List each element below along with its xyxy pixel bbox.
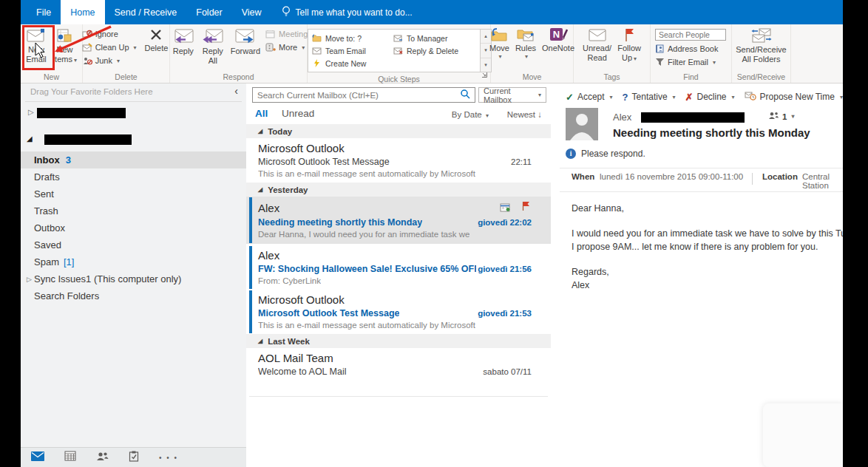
group-label-find: Find [651, 72, 731, 83]
filter-tab-all[interactable]: All [255, 108, 268, 119]
onenote-button[interactable]: N OneNote [540, 26, 577, 55]
message-body-line: I propose 9AM... let me know if there is… [572, 242, 843, 252]
tab-file[interactable]: File [27, 0, 61, 24]
sidebar-item-search-folders[interactable]: Search Folders [21, 287, 246, 304]
search-people-input[interactable] [655, 29, 726, 41]
tell-me-box[interactable]: Tell me what you want to do... [282, 0, 413, 24]
email-row-4[interactable]: Microsoft Outlook Microsoft Outlook Test… [246, 290, 551, 334]
clean-up-button[interactable]: Clean Up▾ [82, 41, 137, 54]
meeting-button[interactable]: Meeting [265, 27, 308, 41]
mail-nav-icon[interactable] [31, 451, 44, 464]
sidebar-item-drafts[interactable]: Drafts [21, 168, 246, 185]
address-book-button[interactable]: Address Book [655, 42, 727, 55]
ignore-button[interactable]: Ignore [82, 27, 137, 41]
sidebar-item-trash[interactable]: Trash [21, 202, 246, 219]
expand-triangle-icon[interactable]: ▷ [27, 276, 32, 283]
sort-order-toggle[interactable]: Newest ↓ [507, 110, 542, 119]
quick-step-create-new[interactable]: Create New [312, 57, 386, 69]
clean-up-icon [82, 43, 92, 52]
tab-home[interactable]: Home [61, 0, 104, 24]
forward-icon [234, 27, 257, 45]
accept-button[interactable]: ✓ Accept ▾ [566, 92, 613, 103]
collapse-triangle-icon: ◢ [258, 186, 262, 193]
forward-button[interactable]: Forward [228, 26, 262, 58]
reply-all-icon [201, 27, 225, 45]
more-apps-ellipsis-icon[interactable]: • • • [159, 454, 178, 462]
info-bar: i Please respond. [566, 149, 645, 159]
lightning-icon [312, 59, 322, 67]
search-scope-dropdown[interactable]: Current Mailbox ▾ [478, 87, 546, 103]
search-input[interactable] [253, 91, 460, 100]
search-icon[interactable] [460, 89, 470, 102]
group-label-send-receive: Send/Receive [732, 72, 790, 83]
filter-email-button[interactable]: Filter Email▾ [655, 55, 727, 69]
filter-tab-unread[interactable]: Unread [282, 108, 314, 119]
decline-button[interactable]: ✗ Decline ▾ [685, 92, 735, 103]
meeting-request-icon [500, 202, 511, 215]
dropdown-caret: ▾ [538, 92, 541, 98]
info-icon: i [566, 149, 576, 159]
attendees-dropdown[interactable]: 1 ▾ [768, 112, 794, 121]
follow-up-button[interactable]: Follow Up▾ [615, 26, 643, 64]
sort-by-dropdown[interactable]: By Date ▾ [452, 110, 489, 119]
sidebar-item-spam[interactable]: Spam [1] [21, 253, 246, 270]
message-body-line: I would need you for an immediate task w… [572, 228, 843, 239]
tab-send-receive[interactable]: Send / Receive [105, 0, 187, 24]
quick-step-reply-delete[interactable]: Reply & Delete [393, 44, 476, 57]
lightbulb-icon [282, 6, 291, 19]
screen: File Home Send / Receive Folder View Tel… [0, 0, 868, 467]
reply-button[interactable]: Reply [169, 26, 197, 58]
tab-folder[interactable]: Folder [186, 0, 231, 24]
rules-button[interactable]: Rules ▾ [513, 26, 538, 61]
divider [560, 191, 843, 192]
quick-step-move-to[interactable]: Move to: ? [312, 32, 386, 44]
flag-icon[interactable] [521, 201, 530, 214]
email-row-5[interactable]: AOL Mail Team Welcome to AOL Mail sabato… [246, 348, 551, 385]
propose-new-time-button[interactable]: Propose New Time ▾ [745, 91, 843, 103]
folder-icon [312, 34, 322, 42]
send-receive-all-folders-button[interactable]: Send/Receive All Folders [733, 26, 789, 66]
outlook-window: File Home Send / Receive Folder View Tel… [21, 0, 843, 467]
sidebar-item-inbox[interactable]: Inbox 3 [21, 151, 246, 168]
delete-button[interactable]: Delete [143, 26, 171, 55]
section-header-today[interactable]: ◢ Today [246, 124, 551, 138]
email-row-1[interactable]: Microsoft Outlook Microsoft Outlook Test… [246, 138, 551, 183]
expand-triangle-icon[interactable]: ▷ [28, 108, 34, 116]
group-label-quick-steps: Quick Steps [308, 74, 490, 84]
section-header-last-week[interactable]: ◢ Last Week [246, 334, 551, 348]
ribbon-group-send-receive: Send/Receive All Folders Send/Receive [732, 24, 791, 83]
dropdown-caret: ▾ [117, 58, 120, 64]
more-button[interactable]: More▾ [265, 41, 308, 54]
envelope-forward-icon [393, 34, 403, 42]
sender-name[interactable]: Alex [613, 112, 631, 123]
tell-me-label: Tell me what you want to do... [296, 7, 413, 18]
search-box[interactable] [252, 87, 475, 103]
tab-view[interactable]: View [232, 0, 271, 24]
ribbon-group-quick-steps: Move to: ? Team Email Create New [308, 24, 491, 83]
navigation-bar: • • • [21, 447, 246, 467]
sidebar-item-sent[interactable]: Sent [21, 185, 246, 202]
sidebar-item-saved[interactable]: Saved [21, 236, 246, 253]
unread-indicator-bar [249, 290, 252, 333]
dropdown-caret: ▾ [525, 53, 528, 60]
quick-step-to-manager[interactable]: To Manager [393, 32, 476, 44]
unread-count: 3 [66, 154, 71, 166]
sidebar-item-sync-issues[interactable]: ▷ Sync Issues1 (This computer only) [21, 270, 246, 287]
reply-all-button[interactable]: Reply All [199, 26, 227, 67]
dialog-launcher-icon[interactable] [481, 68, 488, 81]
quick-step-team-email[interactable]: Team Email [312, 44, 386, 57]
collapse-triangle-icon[interactable]: ◢ [27, 134, 33, 143]
tasks-nav-icon[interactable] [129, 451, 139, 465]
section-header-yesterday[interactable]: ◢ Yesterday [246, 183, 551, 197]
dropdown-caret: ▾ [791, 113, 794, 120]
email-row-3[interactable]: Alex FW: Shocking Halloween Sale! Exclus… [246, 245, 551, 290]
sidebar-item-outbox[interactable]: Outbox [21, 219, 246, 236]
calendar-nav-icon[interactable] [64, 451, 76, 464]
junk-button[interactable]: Junk▾ [82, 54, 137, 67]
unread-read-button[interactable]: Unread/ Read [580, 26, 614, 64]
people-nav-icon[interactable] [96, 451, 109, 464]
collapse-pane-chevron-icon[interactable]: ‹ [234, 85, 238, 97]
tentative-button[interactable]: ? Tentative ▾ [623, 92, 676, 103]
email-row-2-selected[interactable]: Alex Needing meeting shortly this Monday… [246, 197, 551, 244]
move-button[interactable]: Move ▾ [487, 26, 512, 61]
